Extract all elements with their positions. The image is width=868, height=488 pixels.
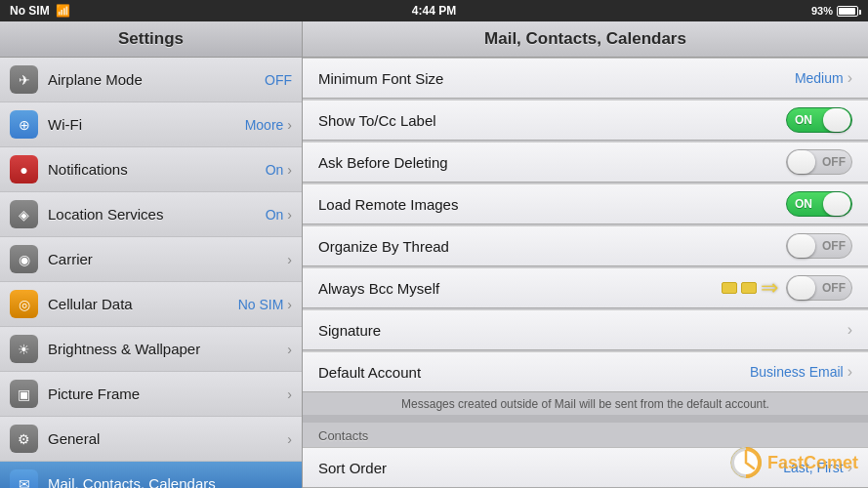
brightness-icon: ☀ [10, 335, 38, 363]
location-services-value: On [266, 207, 284, 223]
sidebar-item-notifications[interactable]: ●NotificationsOn› [0, 147, 302, 192]
general-icon: ⚙ [10, 425, 38, 453]
content-rows: Minimum Font SizeMedium›Show To/Cc Label… [303, 58, 868, 488]
mail-icon: ✉ [10, 469, 38, 488]
watermark-text: FastComet [767, 453, 858, 473]
wifi-icon: ⊕ [10, 110, 38, 139]
wifi-value: Moore [245, 117, 284, 133]
content-title: Mail, Contacts, Calendars [303, 21, 868, 58]
notifications-icon: ● [10, 155, 38, 183]
arrow-pointer-icon: ⇒ [761, 275, 778, 301]
watermark-fast: Fast [767, 453, 804, 472]
sidebar-item-wifi[interactable]: ⊕Wi-FiMoore› [0, 102, 302, 147]
settings-row-min-font: Minimum Font SizeMedium› [303, 58, 868, 99]
sidebar-item-cellular-data[interactable]: ◎Cellular DataNo SIM› [0, 282, 302, 327]
sidebar-item-mail[interactable]: ✉Mail, Contacts, Calendars [0, 462, 302, 488]
battery-fill [839, 8, 855, 15]
toggle-knob [788, 276, 815, 300]
cellular-data-chevron-icon: › [287, 297, 292, 312]
sidebar-item-general[interactable]: ⚙General› [0, 417, 302, 462]
content-area[interactable]: Mail, Contacts, Calendars Minimum Font S… [303, 21, 868, 488]
status-bar: No SIM 📶 4:44 PM 93% [0, 0, 868, 21]
group-label-contacts: Contacts [303, 423, 868, 447]
default-account-label: Default Account [318, 364, 750, 381]
picture-frame-label: Picture Frame [48, 386, 283, 402]
arrow-box-2 [741, 282, 757, 294]
ask-delete-label: Ask Before Deleting [318, 154, 786, 171]
show-tocc-label: Show To/Cc Label [318, 112, 786, 129]
cellular-data-value: No SIM [238, 297, 284, 312]
location-services-icon: ◈ [10, 200, 38, 228]
carrier-text: No SIM [10, 4, 50, 18]
toggle-on[interactable]: ON [786, 107, 852, 133]
notifications-label: Notifications [48, 161, 266, 178]
footer-note: Messages created outside of Mail will be… [303, 393, 868, 415]
settings-row-load-images: Load Remote ImagesON [303, 183, 868, 224]
brightness-chevron-icon: › [287, 342, 292, 357]
settings-row-signature: Signature› [303, 309, 868, 350]
sidebar-items-list: ✈Airplane ModeOFF⊕Wi-FiMoore›●Notificati… [0, 58, 302, 488]
carrier-icon: ◉ [10, 245, 38, 273]
watermark: FastComet [730, 447, 858, 478]
general-label: General [48, 430, 283, 447]
settings-row-default-account: Default AccountBusiness Email› [303, 351, 868, 392]
sort-order-label: Sort Order [318, 460, 783, 476]
min-font-label: Minimum Font Size [318, 70, 795, 87]
status-time: 4:44 PM [412, 4, 456, 18]
arrow-box-1 [722, 282, 737, 294]
section-divider [303, 415, 868, 423]
sidebar-item-carrier[interactable]: ◉Carrier› [0, 237, 302, 282]
default-account-value: Business Email [750, 364, 844, 380]
airplane-mode-value: OFF [265, 72, 292, 88]
watermark-comet: Comet [804, 453, 858, 472]
toggle-off[interactable]: OFF [786, 149, 852, 175]
airplane-mode-label: Airplane Mode [48, 71, 265, 88]
organize-thread-label: Organize By Thread [318, 238, 786, 255]
toggle-off[interactable]: OFF [786, 275, 852, 301]
main-container: Settings ✈Airplane ModeOFF⊕Wi-FiMoore›●N… [0, 21, 868, 488]
status-right: 93% [811, 5, 858, 17]
brightness-label: Brightness & Wallpaper [48, 341, 283, 357]
default-account-chevron-icon: › [847, 363, 852, 381]
notifications-value: On [266, 162, 284, 178]
picture-frame-chevron-icon: › [287, 386, 292, 402]
wifi-icon: 📶 [56, 4, 70, 18]
picture-frame-icon: ▣ [10, 380, 38, 408]
settings-row-ask-delete: Ask Before DeletingOFF [303, 142, 868, 183]
toggle-knob [823, 108, 850, 132]
battery-percent: 93% [811, 5, 833, 17]
cellular-data-label: Cellular Data [48, 296, 238, 312]
min-font-value: Medium [795, 70, 844, 86]
sidebar-title: Settings [0, 21, 302, 58]
toggle-knob [823, 192, 850, 216]
sidebar-item-brightness[interactable]: ☀Brightness & Wallpaper› [0, 327, 302, 372]
general-chevron-icon: › [287, 431, 292, 447]
wifi-label: Wi-Fi [48, 116, 245, 133]
toggle-knob [788, 150, 815, 174]
carrier-label: Carrier [48, 251, 283, 267]
wifi-chevron-icon: › [287, 117, 292, 133]
battery-icon [837, 6, 858, 17]
watermark-icon [730, 447, 762, 478]
signature-label: Signature [318, 322, 847, 339]
airplane-mode-icon: ✈ [10, 65, 38, 94]
always-bcc-row-label: Always Bcc Myself [318, 280, 722, 297]
sidebar-item-picture-frame[interactable]: ▣Picture Frame› [0, 372, 302, 417]
sidebar-item-airplane-mode[interactable]: ✈Airplane ModeOFF [0, 58, 302, 102]
bcc-arrow-indicator: ⇒ [722, 275, 778, 301]
settings-row-show-tocc: Show To/Cc LabelON [303, 100, 868, 141]
location-services-label: Location Services [48, 206, 266, 223]
signature-chevron-icon: › [847, 321, 852, 339]
sidebar: Settings ✈Airplane ModeOFF⊕Wi-FiMoore›●N… [0, 21, 303, 488]
cellular-data-icon: ◎ [10, 290, 38, 318]
notifications-chevron-icon: › [287, 162, 292, 178]
toggle-on[interactable]: ON [786, 191, 852, 217]
status-left: No SIM 📶 [10, 4, 70, 18]
toggle-off[interactable]: OFF [786, 233, 852, 259]
toggle-knob [788, 234, 815, 258]
mail-label: Mail, Contacts, Calendars [48, 475, 292, 488]
location-services-chevron-icon: › [287, 207, 292, 223]
sidebar-item-location-services[interactable]: ◈Location ServicesOn› [0, 192, 302, 237]
settings-row-organize-thread: Organize By ThreadOFF [303, 225, 868, 266]
settings-row-always-bcc-row: Always Bcc Myself⇒OFF [303, 267, 868, 308]
